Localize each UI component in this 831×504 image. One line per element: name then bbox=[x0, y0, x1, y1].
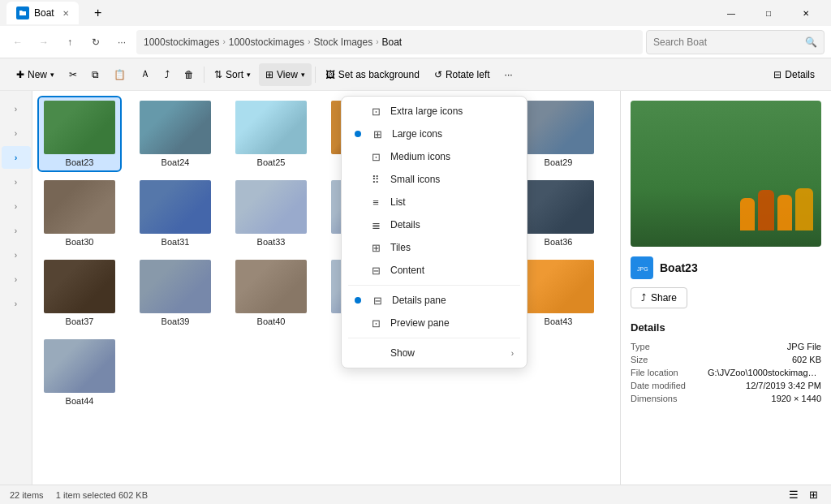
file-item-name: Boat43 bbox=[545, 317, 573, 326]
file-item-name: Boat23 bbox=[66, 157, 94, 167]
file-item-boat24[interactable]: Boat24 bbox=[135, 97, 216, 170]
add-tab-button[interactable]: + bbox=[85, 0, 111, 26]
rename-icon: Ａ bbox=[140, 67, 150, 81]
view-dropdown-menu: ⊡ Extra large icons ⊞ Large icons ⊡ Medi… bbox=[341, 96, 527, 368]
rotate-left-button[interactable]: ↺ Rotate left bbox=[428, 63, 497, 86]
size-value: 602 KB bbox=[792, 355, 821, 364]
maximize-button[interactable]: □ bbox=[750, 0, 787, 26]
figure-4 bbox=[795, 188, 813, 230]
nav-item-4[interactable]: › bbox=[2, 170, 31, 193]
tiles-icon: ⊞ bbox=[369, 241, 382, 254]
file-item-boat40[interactable]: Boat40 bbox=[230, 256, 312, 330]
set-background-button[interactable]: 🖼 Set as background bbox=[319, 63, 426, 86]
file-thumbnail bbox=[140, 260, 211, 313]
search-input[interactable] bbox=[653, 37, 802, 48]
menu-item-small[interactable]: ⠿ Small icons bbox=[345, 168, 523, 191]
breadcrumb[interactable]: 1000stockimages › 1000stockimages › Stoc… bbox=[136, 30, 643, 54]
share-button[interactable]: ⤴ bbox=[158, 63, 176, 86]
tab-close-icon[interactable]: ✕ bbox=[62, 9, 69, 18]
view-button[interactable]: ⊞ View ▾ bbox=[259, 63, 312, 86]
large-bullet bbox=[355, 131, 361, 137]
bc-sep-1: › bbox=[222, 37, 225, 46]
type-value: JPG File bbox=[787, 342, 821, 351]
nav-item-2[interactable]: › bbox=[2, 122, 31, 144]
nav-item-1[interactable]: › bbox=[2, 97, 31, 120]
file-item-boat39[interactable]: Boat39 bbox=[135, 256, 216, 330]
new-chevron-icon: ▾ bbox=[50, 71, 54, 79]
tiles-label: Tiles bbox=[390, 242, 514, 253]
file-item-boat29[interactable]: Boat29 bbox=[518, 97, 599, 170]
window-controls: — □ ✕ bbox=[713, 0, 825, 26]
dimensions-value: 1920 × 1440 bbox=[772, 394, 821, 403]
search-icon: 🔍 bbox=[805, 37, 817, 48]
selected-info-text: 1 item selected 602 KB bbox=[56, 490, 148, 500]
menu-item-extra-large[interactable]: ⊡ Extra large icons bbox=[345, 100, 523, 123]
up-button[interactable]: ↑ bbox=[58, 31, 81, 54]
file-item-boat25[interactable]: Boat25 bbox=[230, 97, 312, 170]
search-box[interactable]: 🔍 bbox=[646, 30, 825, 54]
cut-button[interactable]: ✂ bbox=[62, 63, 84, 86]
menu-item-content[interactable]: ⊟ Content bbox=[345, 259, 523, 282]
minimize-button[interactable]: — bbox=[713, 0, 750, 26]
details-button[interactable]: ⊟ Details bbox=[767, 63, 821, 86]
file-item-boat37[interactable]: Boat37 bbox=[39, 256, 120, 330]
back-button[interactable]: ← bbox=[6, 31, 29, 54]
menu-item-list[interactable]: ≡ List bbox=[345, 191, 523, 213]
refresh-button[interactable]: ↻ bbox=[84, 31, 107, 54]
extra-large-label: Extra large icons bbox=[390, 106, 514, 117]
list-view-toggle[interactable]: ☰ bbox=[786, 487, 802, 503]
nav-item-7[interactable]: › bbox=[2, 243, 31, 266]
menu-item-details[interactable]: ≣ Details bbox=[345, 213, 523, 236]
file-item-boat23[interactable]: Boat23 bbox=[39, 97, 120, 170]
tab-title: Boat bbox=[34, 7, 54, 19]
cut-icon: ✂ bbox=[69, 69, 77, 80]
set-bg-label: Set as background bbox=[338, 69, 420, 80]
paste-button[interactable]: 📋 bbox=[107, 63, 132, 86]
nav-item-9[interactable]: › bbox=[2, 292, 31, 315]
grid-view-toggle[interactable]: ⊞ bbox=[805, 487, 821, 503]
menu-item-medium[interactable]: ⊡ Medium icons bbox=[345, 145, 523, 168]
menu-item-large[interactable]: ⊞ Large icons bbox=[345, 123, 523, 145]
file-thumbnail bbox=[44, 101, 115, 154]
bc-1000si-2: 1000stockimages bbox=[229, 37, 304, 48]
details-label: Details bbox=[785, 69, 815, 80]
file-item-boat44[interactable]: Boat44 bbox=[39, 336, 120, 409]
menu-item-show[interactable]: Show › bbox=[345, 342, 523, 364]
view-label: View bbox=[277, 69, 298, 80]
file-item-boat43[interactable]: Boat43 bbox=[518, 256, 599, 330]
menu-item-details-pane[interactable]: ⊟ Details pane bbox=[345, 289, 523, 312]
close-button[interactable]: ✕ bbox=[787, 0, 825, 26]
menu-item-preview-pane[interactable]: ⊡ Preview pane bbox=[345, 312, 523, 334]
nav-item-3[interactable]: › bbox=[2, 146, 31, 169]
type-label: Type bbox=[631, 342, 650, 351]
more-nav-button[interactable]: ··· bbox=[110, 31, 133, 54]
bc-boat: Boat bbox=[382, 37, 403, 48]
file-item-name: Boat44 bbox=[66, 396, 94, 406]
file-item-boat36[interactable]: Boat36 bbox=[518, 177, 599, 250]
delete-button[interactable]: 🗑 bbox=[178, 63, 200, 86]
copy-button[interactable]: ⧉ bbox=[85, 63, 105, 86]
more-button[interactable]: ··· bbox=[498, 63, 519, 86]
menu-sep-1 bbox=[348, 285, 520, 286]
nav-item-5[interactable]: › bbox=[2, 195, 31, 218]
location-row: File location G:\JVZoo\1000stockimages\1… bbox=[631, 366, 821, 379]
new-button[interactable]: ✚ New ▾ bbox=[10, 63, 61, 86]
nav-item-6[interactable]: › bbox=[2, 219, 31, 242]
file-item-boat31[interactable]: Boat31 bbox=[135, 177, 216, 250]
window-tab[interactable]: Boat ✕ bbox=[6, 2, 79, 24]
file-thumbnail bbox=[523, 101, 594, 154]
file-item-name: Boat33 bbox=[257, 237, 286, 247]
file-item-boat33[interactable]: Boat33 bbox=[230, 177, 312, 250]
forward-button[interactable]: → bbox=[32, 31, 55, 54]
details-pane-label: Details pane bbox=[392, 295, 514, 306]
modified-value: 12/7/2019 3:42 PM bbox=[746, 381, 821, 390]
nav-item-8[interactable]: › bbox=[2, 268, 31, 291]
file-item-name: Boat37 bbox=[66, 317, 94, 326]
sort-button[interactable]: ⇅ Sort ▾ bbox=[208, 63, 257, 86]
toolbar-sep-2 bbox=[315, 67, 316, 83]
preview-figures bbox=[740, 188, 813, 230]
file-item-boat30[interactable]: Boat30 bbox=[39, 177, 120, 250]
rename-button[interactable]: Ａ bbox=[134, 63, 157, 86]
share-action-button[interactable]: ⤴ Share bbox=[631, 287, 687, 308]
menu-item-tiles[interactable]: ⊞ Tiles bbox=[345, 236, 523, 259]
